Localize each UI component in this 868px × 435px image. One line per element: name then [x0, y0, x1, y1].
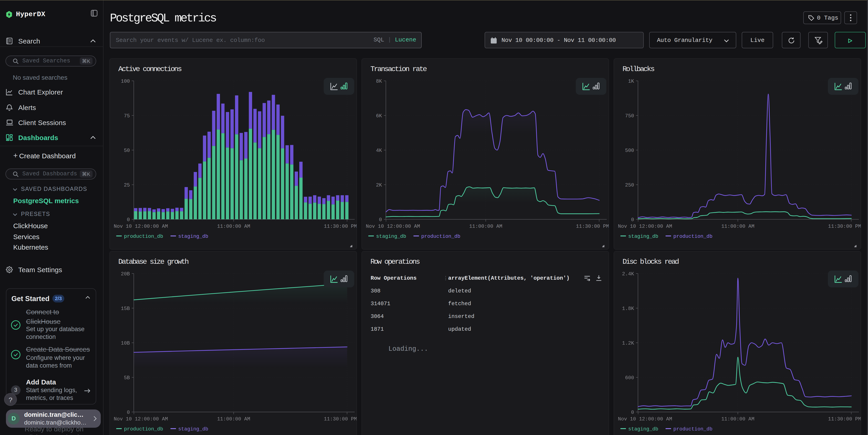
svg-text:11:00:00 AM: 11:00:00 AM: [217, 416, 250, 422]
svg-text:11:30:00 PM: 11:30:00 PM: [324, 224, 357, 229]
svg-text:11:30:00 PM: 11:30:00 PM: [324, 416, 357, 422]
svg-text:15B: 15B: [121, 306, 130, 311]
svg-text:250: 250: [625, 182, 634, 188]
svg-text:25: 25: [124, 182, 130, 188]
svg-text:20B: 20B: [121, 271, 130, 277]
svg-text:2K: 2K: [376, 182, 382, 188]
svg-text:0: 0: [631, 410, 634, 415]
svg-text:0: 0: [379, 217, 382, 223]
svg-text:1.8K: 1.8K: [622, 306, 634, 311]
svg-text:1K: 1K: [628, 78, 634, 84]
svg-text:50: 50: [124, 148, 130, 154]
svg-text:11:30:00 PM: 11:30:00 PM: [576, 224, 609, 229]
svg-text:Nov 10 12:00:00 AM: Nov 10 12:00:00 AM: [618, 224, 672, 229]
svg-text:11:00:00 AM: 11:00:00 AM: [469, 224, 502, 229]
svg-text:Nov 10 12:00:00 AM: Nov 10 12:00:00 AM: [618, 416, 672, 422]
svg-text:750: 750: [625, 113, 634, 119]
svg-text:11:00:00 AM: 11:00:00 AM: [217, 224, 250, 229]
svg-text:11:00:00 AM: 11:00:00 AM: [721, 416, 754, 422]
svg-text:600: 600: [625, 375, 634, 381]
svg-text:4K: 4K: [376, 148, 382, 154]
svg-text:1.2K: 1.2K: [622, 340, 634, 346]
svg-text:10B: 10B: [121, 340, 130, 346]
svg-text:11:30:00 PM: 11:30:00 PM: [828, 224, 861, 229]
svg-text:75: 75: [124, 113, 130, 119]
svg-text:11:30:00 PM: 11:30:00 PM: [828, 416, 861, 422]
svg-text:Nov 10 12:00:00 AM: Nov 10 12:00:00 AM: [366, 224, 420, 229]
svg-text:6K: 6K: [376, 113, 382, 119]
svg-text:0: 0: [127, 410, 130, 415]
svg-text:2.4K: 2.4K: [622, 271, 634, 277]
svg-text:11:00:00 AM: 11:00:00 AM: [721, 224, 754, 229]
svg-text:Nov 10 12:00:00 AM: Nov 10 12:00:00 AM: [114, 416, 168, 422]
svg-text:8K: 8K: [376, 78, 382, 84]
svg-text:Nov 10 12:00:00 AM: Nov 10 12:00:00 AM: [114, 224, 168, 229]
svg-text:0: 0: [631, 217, 634, 223]
svg-text:100: 100: [121, 78, 130, 84]
svg-text:500: 500: [625, 148, 634, 154]
svg-text:5B: 5B: [124, 375, 130, 381]
svg-text:0: 0: [127, 217, 130, 223]
